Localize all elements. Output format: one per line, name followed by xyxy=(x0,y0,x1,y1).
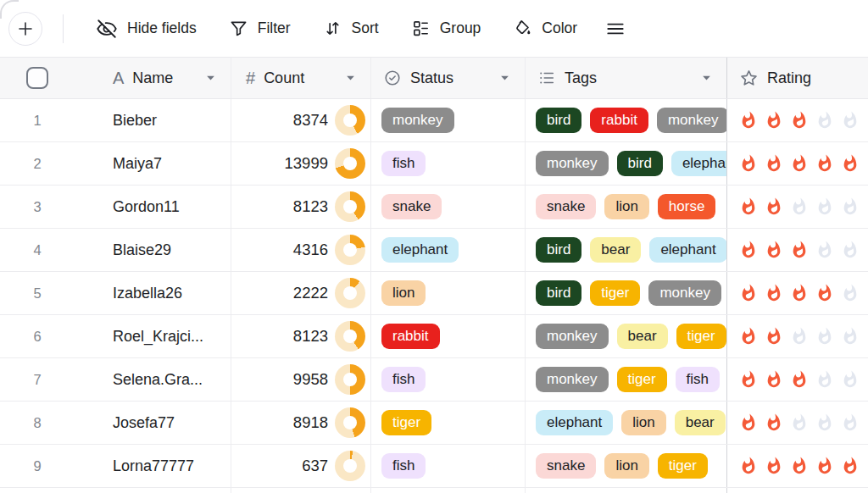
tags-cell[interactable]: snakeliontiger xyxy=(526,445,727,487)
rating-cell[interactable] xyxy=(727,99,868,141)
count-column-caret[interactable] xyxy=(344,72,357,85)
flame-icon[interactable] xyxy=(790,241,809,259)
status-cell[interactable]: elephant xyxy=(371,229,526,271)
tag-pill[interactable]: bird xyxy=(617,151,663,176)
rating-cell[interactable] xyxy=(727,142,868,185)
flame-icon[interactable] xyxy=(739,197,758,216)
flame-icon[interactable] xyxy=(815,327,834,346)
tag-pill[interactable]: elephant xyxy=(671,151,727,176)
header-cell-status[interactable]: Status xyxy=(371,58,526,98)
count-cell[interactable]: 9958 xyxy=(231,358,371,401)
flame-icon[interactable] xyxy=(815,241,834,259)
flame-icon[interactable] xyxy=(765,197,783,216)
count-cell[interactable]: 4316 xyxy=(231,229,371,271)
tag-pill[interactable]: monkey xyxy=(536,367,609,392)
tags-cell[interactable]: elephantlionbear xyxy=(526,402,727,444)
tag-pill[interactable]: tiger xyxy=(617,367,667,392)
select-all-checkbox[interactable] xyxy=(26,67,48,89)
tag-pill[interactable]: bird xyxy=(536,280,581,306)
flame-icon[interactable] xyxy=(790,457,809,475)
flame-icon[interactable] xyxy=(815,413,834,432)
name-cell[interactable]: 9 Lorna77777 xyxy=(0,445,231,487)
header-cell-count[interactable]: # Count xyxy=(231,58,371,98)
count-cell[interactable]: 8918 xyxy=(231,402,371,444)
flame-icon[interactable] xyxy=(841,284,860,302)
count-cell[interactable]: 13999 xyxy=(231,142,371,185)
tag-pill[interactable]: monkey xyxy=(657,108,727,133)
flame-icon[interactable] xyxy=(790,284,809,302)
status-pill[interactable]: fish xyxy=(381,367,426,392)
count-cell[interactable]: 2222 xyxy=(231,272,371,314)
tags-cell[interactable]: monkeybirdelephant xyxy=(526,142,727,185)
status-cell[interactable]: tiger xyxy=(371,402,526,444)
flame-icon[interactable] xyxy=(841,154,860,173)
flame-icon[interactable] xyxy=(815,457,834,475)
flame-icon[interactable] xyxy=(790,327,809,346)
tag-pill[interactable]: elephant xyxy=(649,237,726,263)
tags-cell[interactable]: birdrabbitmonkey xyxy=(526,99,727,141)
tag-pill[interactable]: monkey xyxy=(648,280,721,306)
rating-cell[interactable] xyxy=(727,445,868,487)
status-cell[interactable]: fish xyxy=(371,445,526,487)
tag-pill[interactable]: bear xyxy=(675,410,726,435)
flame-icon[interactable] xyxy=(790,413,809,432)
flame-icon[interactable] xyxy=(739,327,758,346)
tag-pill[interactable]: bird xyxy=(536,108,581,133)
table-row[interactable]: 3 Gordon11 8123 snake snakelionhorse xyxy=(0,186,868,229)
status-pill[interactable]: fish xyxy=(381,453,426,479)
status-cell[interactable]: monkey xyxy=(371,99,526,141)
status-pill[interactable]: tiger xyxy=(381,410,431,435)
status-pill[interactable]: monkey xyxy=(381,108,454,133)
name-cell[interactable]: 2 Maiya7 xyxy=(0,142,231,185)
flame-icon[interactable] xyxy=(765,413,783,432)
status-pill[interactable]: fish xyxy=(381,151,426,176)
tags-cell[interactable]: monkeybeartiger xyxy=(526,315,727,357)
header-cell-rating[interactable]: Rating xyxy=(727,58,868,98)
status-cell[interactable]: rabbit xyxy=(371,315,526,357)
menu-button[interactable] xyxy=(604,18,626,40)
flame-icon[interactable] xyxy=(790,111,809,130)
status-pill[interactable]: lion xyxy=(381,280,426,306)
flame-icon[interactable] xyxy=(765,111,783,130)
filter-button[interactable]: Filter xyxy=(229,19,291,38)
tag-pill[interactable]: bear xyxy=(590,237,641,263)
flame-icon[interactable] xyxy=(765,327,783,346)
add-record-button[interactable] xyxy=(8,12,42,46)
flame-icon[interactable] xyxy=(841,197,860,216)
tag-pill[interactable]: lion xyxy=(604,194,648,219)
name-cell[interactable]: 8 Josefa77 xyxy=(0,402,231,444)
name-cell[interactable]: 4 Blaise29 xyxy=(0,229,231,271)
tag-pill[interactable]: elephant xyxy=(536,410,613,435)
color-button[interactable]: Color xyxy=(513,19,577,38)
table-row[interactable]: 8 Josefa77 8918 tiger elephantlionbear xyxy=(0,402,868,445)
name-cell[interactable]: 5 Izabella26 xyxy=(0,272,231,314)
rating-cell[interactable] xyxy=(727,315,868,357)
tag-pill[interactable]: monkey xyxy=(536,151,609,176)
group-button[interactable]: Group xyxy=(411,19,481,38)
count-cell[interactable]: 8123 xyxy=(231,315,371,357)
tag-pill[interactable]: monkey xyxy=(536,324,609,349)
tags-cell[interactable]: monkeytigerfish xyxy=(526,358,727,401)
count-cell[interactable]: 8123 xyxy=(231,186,371,228)
status-cell[interactable]: snake xyxy=(371,186,526,228)
table-row[interactable]: 9 Lorna77777 637 fish snakeliontiger xyxy=(0,445,868,488)
table-row[interactable]: 5 Izabella26 2222 lion birdtigermonkey xyxy=(0,272,868,315)
table-row[interactable]: 7 Selena.Gra... 9958 fish monkeytigerfis… xyxy=(0,358,868,402)
table-row[interactable]: 2 Maiya7 13999 fish monkeybirdelephant xyxy=(0,142,868,186)
header-cell-name[interactable]: A Name xyxy=(0,58,231,98)
status-pill[interactable]: elephant xyxy=(381,237,459,263)
flame-icon[interactable] xyxy=(739,111,758,130)
flame-icon[interactable] xyxy=(765,457,783,475)
status-cell[interactable]: fish xyxy=(371,358,526,401)
flame-icon[interactable] xyxy=(790,197,809,216)
flame-icon[interactable] xyxy=(815,154,834,173)
flame-icon[interactable] xyxy=(815,284,834,302)
name-column-caret[interactable] xyxy=(204,72,217,85)
flame-icon[interactable] xyxy=(841,457,860,475)
flame-icon[interactable] xyxy=(815,111,834,130)
name-cell[interactable]: 3 Gordon11 xyxy=(0,186,231,228)
flame-icon[interactable] xyxy=(841,370,860,389)
tag-pill[interactable]: snake xyxy=(536,194,596,219)
flame-icon[interactable] xyxy=(739,413,758,432)
flame-icon[interactable] xyxy=(841,327,860,346)
